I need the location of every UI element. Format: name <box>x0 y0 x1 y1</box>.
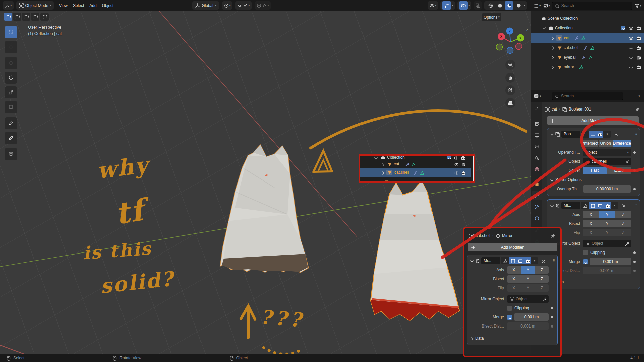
expand-chevron-icon[interactable] <box>469 259 474 263</box>
tab-world[interactable] <box>532 165 542 174</box>
camera-view-button[interactable] <box>505 85 515 95</box>
axis-x-button[interactable]: X <box>583 211 599 218</box>
pan-button[interactable] <box>505 73 515 83</box>
extras-dropdown[interactable]: ▾ <box>531 257 538 264</box>
drag-handle-icon[interactable]: ⠿ <box>635 204 638 207</box>
pin-icon[interactable] <box>551 233 556 238</box>
render-toggle[interactable] <box>603 202 611 209</box>
shading-material-button[interactable] <box>505 1 513 10</box>
flip-z-button[interactable]: Z <box>535 284 549 292</box>
gizmos-toggle[interactable] <box>442 1 451 10</box>
edit-mode-toggle[interactable] <box>581 131 589 138</box>
eye-closed-icon[interactable] <box>628 45 633 50</box>
collapse-icon[interactable] <box>614 132 618 136</box>
overlap-value-field[interactable]: 0.000001 m <box>583 185 631 193</box>
edit-mode-toggle[interactable] <box>509 257 516 264</box>
outliner-row-mirror[interactable]: mirror <box>531 62 644 72</box>
flip-x-button[interactable]: X <box>583 229 599 236</box>
merge-value-field[interactable]: 0.001 m <box>514 313 549 321</box>
filter-options-dropdown[interactable]: ▾ <box>634 3 641 8</box>
decorator-dot[interactable] <box>633 151 636 154</box>
select-mode-intersect-button[interactable] <box>40 13 49 21</box>
extras-dropdown[interactable]: ▾ <box>603 131 611 138</box>
3d-viewport[interactable]: why tf is this solid? ??? ▾ Object Mode … <box>0 0 531 354</box>
flip-x-button[interactable]: X <box>507 284 521 292</box>
proportional-edit-controls[interactable]: ▾ <box>255 1 271 10</box>
object-visibility-dropdown[interactable]: ▾ <box>428 1 438 10</box>
bisect-z-button[interactable]: Z <box>615 220 631 227</box>
tab-tool[interactable] <box>532 104 542 114</box>
breadcrumb-modifier[interactable]: Boolean.001 <box>569 107 591 112</box>
breadcrumb-object[interactable]: cat <box>552 107 557 112</box>
outliner-row-collection[interactable]: Collection <box>531 23 644 33</box>
display-mode-dropdown[interactable]: ▾ <box>534 3 541 8</box>
decorator-dot[interactable] <box>633 169 636 172</box>
eye-closed-icon[interactable] <box>628 55 633 60</box>
mirror-object-field[interactable]: Object <box>507 295 549 303</box>
filter-dropdown[interactable]: ▾ <box>543 3 550 8</box>
decorator-dot[interactable] <box>551 316 553 318</box>
tab-modifiers[interactable] <box>532 191 542 200</box>
render-toggle[interactable] <box>596 131 603 138</box>
flip-y-button[interactable]: Y <box>521 284 535 292</box>
eyedropper-icon[interactable] <box>542 297 546 301</box>
modifier-name-field[interactable]: Mi... <box>561 202 580 209</box>
shading-rendered-button[interactable] <box>514 1 523 10</box>
render-toggle[interactable] <box>524 257 531 264</box>
perspective-toggle-button[interactable] <box>505 98 515 108</box>
drag-handle-icon[interactable]: ⠿ <box>553 259 555 262</box>
close-icon[interactable] <box>541 259 545 263</box>
tab-particles[interactable] <box>532 202 542 211</box>
outliner-row-scene-collection[interactable]: Scene Collection <box>531 13 644 23</box>
collection-checkbox[interactable] <box>621 26 625 30</box>
tool-cursor[interactable] <box>5 41 17 53</box>
outliner-search[interactable] <box>552 2 632 10</box>
navigation-gizmo[interactable]: X Z Y <box>495 24 530 63</box>
bisect-z-button[interactable]: Z <box>535 275 549 283</box>
properties-search[interactable] <box>552 92 623 100</box>
tool-add-cube[interactable] <box>5 148 17 160</box>
outliner-row-eyeball[interactable]: eyeball <box>531 52 644 62</box>
tool-scale[interactable] <box>5 86 17 98</box>
bisect-y-button[interactable]: Y <box>521 275 535 283</box>
operand-type-dropdown[interactable]: Object ▾ <box>583 149 631 156</box>
menu-view[interactable]: View <box>56 1 70 10</box>
outliner-row-cat[interactable]: cat <box>531 33 644 43</box>
tab-scene[interactable] <box>532 153 542 162</box>
add-modifier-button[interactable]: Add Modifier <box>547 116 639 125</box>
tab-object[interactable] <box>532 179 542 189</box>
clipping-checkbox[interactable] <box>583 250 588 255</box>
editor-type-button[interactable]: ▾ <box>3 1 14 10</box>
sidebar-collapse-arrow[interactable]: ‹ <box>526 27 528 33</box>
options-dropdown[interactable]: Options ▾ <box>482 13 501 21</box>
drag-handle-icon[interactable]: ⠿ <box>635 133 638 136</box>
select-mode-new-button[interactable] <box>4 13 12 21</box>
tab-render[interactable] <box>532 119 542 128</box>
snapping-controls[interactable]: ▾ <box>235 1 252 10</box>
shading-solid-button[interactable] <box>495 1 504 10</box>
edit-mode-toggle[interactable] <box>589 202 596 209</box>
tab-view-layer[interactable] <box>532 142 542 151</box>
bisect-x-button[interactable]: X <box>583 220 599 227</box>
tab-output[interactable] <box>532 131 542 140</box>
modifier-name-field[interactable]: Mi... <box>481 257 500 264</box>
tool-measure[interactable] <box>5 132 17 144</box>
vertex-group-toggle[interactable] <box>581 202 589 209</box>
eyedropper-icon[interactable] <box>624 241 629 246</box>
bisect-x-button[interactable]: X <box>507 275 521 283</box>
expand-chevron-icon[interactable] <box>549 203 554 208</box>
outliner-row-cat-shell[interactable]: cat.shell <box>531 43 644 52</box>
union-button[interactable]: Union <box>599 140 612 147</box>
camera-icon[interactable] <box>636 35 641 40</box>
properties-search-input[interactable] <box>560 93 620 99</box>
modifier-name-field[interactable]: Boo... <box>561 131 580 138</box>
zoom-button[interactable] <box>505 60 515 70</box>
eye-icon[interactable] <box>628 35 633 40</box>
flip-y-button[interactable]: Y <box>599 229 615 236</box>
xray-toggle[interactable] <box>474 1 482 10</box>
outliner-search-input[interactable] <box>561 3 630 8</box>
menu-object[interactable]: Object <box>99 1 116 10</box>
chevron-down-icon[interactable]: ▾ <box>638 95 640 98</box>
eye-closed-icon[interactable] <box>628 65 633 69</box>
bisect-y-button[interactable]: Y <box>599 220 615 227</box>
